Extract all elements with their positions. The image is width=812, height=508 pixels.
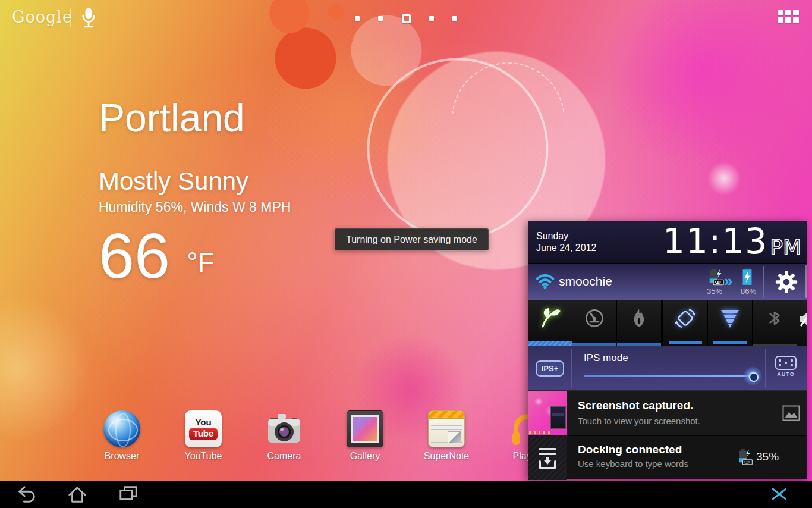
app-label: Camera bbox=[251, 451, 317, 462]
gauge-icon bbox=[583, 306, 606, 330]
panel-date: Sunday June 24, 2012 bbox=[528, 230, 596, 254]
docking-icon-cell bbox=[528, 436, 567, 480]
app-browser[interactable]: Browser bbox=[89, 410, 155, 462]
dock-battery-icon bbox=[706, 268, 725, 286]
panel-status-row: smoochie 35% » 86% bbox=[528, 264, 807, 300]
ips-mode-row: IPS+ IPS mode AUTO bbox=[528, 346, 807, 390]
all-apps-button[interactable] bbox=[778, 10, 801, 26]
photo-icon bbox=[782, 405, 800, 421]
gear-icon bbox=[774, 269, 799, 294]
apps-grid-icon bbox=[778, 10, 783, 15]
leaf-icon bbox=[537, 305, 563, 331]
app-label: YouTube bbox=[171, 451, 236, 462]
docking-battery-status: 35% bbox=[736, 448, 779, 466]
docking-icon bbox=[535, 445, 560, 471]
screen-rotate-icon bbox=[672, 305, 698, 331]
app-label: Browser bbox=[89, 451, 155, 462]
page-dot-5[interactable] bbox=[452, 16, 457, 21]
toggle-audio-partial[interactable] bbox=[797, 300, 807, 346]
toggle-wifi-performance[interactable] bbox=[708, 300, 752, 346]
page-dot-1[interactable] bbox=[355, 16, 360, 21]
tablet-battery-icon bbox=[741, 267, 754, 286]
tablet-battery-percent: 86% bbox=[741, 287, 756, 296]
clock-ampm: PM bbox=[770, 237, 801, 258]
microphone-icon bbox=[81, 7, 96, 30]
app-label: Gallery bbox=[332, 451, 398, 462]
notification-subtitle: Use keyboard to type words bbox=[578, 459, 688, 469]
browser-globe-icon bbox=[103, 410, 140, 447]
toggle-power-saving[interactable] bbox=[528, 300, 572, 346]
search-divider bbox=[70, 8, 71, 27]
app-youtube[interactable]: You Tube YouTube bbox=[171, 410, 236, 462]
dock-battery-icon bbox=[736, 448, 754, 466]
date-weekday: Sunday bbox=[536, 230, 596, 242]
dock-battery-percent: 35% bbox=[707, 287, 722, 296]
youtube-icon: You Tube bbox=[185, 410, 222, 447]
bluetooth-icon bbox=[763, 306, 786, 330]
toggle-performance-mode[interactable] bbox=[617, 300, 661, 346]
toggle-bluetooth[interactable] bbox=[753, 300, 797, 346]
app-gallery[interactable]: Gallery bbox=[332, 410, 398, 462]
weather-details: Humidity 56%, Winds W 8 MPH bbox=[99, 199, 291, 215]
notification-screenshot[interactable]: Screenshot captured. Touch to view your … bbox=[528, 390, 807, 435]
speaker-icon bbox=[798, 310, 807, 328]
auto-brightness-button[interactable]: AUTO bbox=[772, 356, 800, 377]
ips-plus-badge[interactable]: IPS+ bbox=[536, 360, 564, 377]
toggle-indicator bbox=[528, 341, 572, 346]
recents-icon bbox=[118, 484, 139, 504]
toggle-balanced-mode[interactable] bbox=[572, 300, 616, 346]
auto-label: AUTO bbox=[772, 371, 800, 377]
system-navigation-bar bbox=[0, 481, 812, 508]
back-button[interactable] bbox=[15, 484, 39, 505]
google-search-logo[interactable]: Google bbox=[12, 8, 73, 26]
screenshot-thumbnail bbox=[528, 391, 567, 436]
brightness-slider-thumb[interactable] bbox=[743, 366, 762, 385]
charging-chevrons-icon: » bbox=[724, 272, 731, 290]
notification-subtitle: Touch to view your screenshot. bbox=[578, 416, 700, 426]
camera-icon bbox=[266, 410, 303, 447]
auto-brightness-icon bbox=[775, 356, 797, 370]
supernote-icon bbox=[428, 410, 465, 447]
page-dot-3-active[interactable] bbox=[402, 14, 411, 23]
notification-title: Docking connected bbox=[578, 443, 682, 456]
panel-header: Sunday June 24, 2012 11:13 PM bbox=[528, 221, 807, 264]
toggle-auto-rotate[interactable] bbox=[663, 300, 707, 346]
toast-message: Turning on Power saving mode bbox=[335, 228, 489, 250]
page-dot-4[interactable] bbox=[429, 16, 434, 21]
date-full: June 24, 2012 bbox=[536, 242, 596, 254]
notification-title: Screenshot captured. bbox=[578, 399, 693, 412]
status-divider bbox=[763, 266, 764, 298]
settings-button[interactable] bbox=[774, 269, 799, 294]
home-button[interactable] bbox=[65, 484, 89, 505]
panel-scrollbar[interactable] bbox=[805, 265, 807, 298]
toggle-indicator bbox=[669, 341, 702, 344]
panel-clock: 11:13 PM bbox=[663, 225, 807, 258]
weather-unit: °F bbox=[187, 246, 215, 278]
voice-search-button[interactable] bbox=[81, 7, 96, 30]
quick-toggles-row bbox=[528, 300, 807, 346]
home-page-indicator bbox=[355, 12, 457, 25]
weather-city: Portland bbox=[99, 95, 291, 140]
toggle-indicator bbox=[713, 341, 747, 344]
weather-condition: Mostly Sunny bbox=[99, 167, 291, 196]
flame-icon bbox=[627, 306, 651, 330]
notification-docking[interactable]: Docking connected Use keyboard to type w… bbox=[528, 435, 807, 479]
brightness-slider-track[interactable] bbox=[584, 375, 754, 377]
app-supernote[interactable]: SuperNote bbox=[414, 410, 479, 462]
home-icon bbox=[67, 484, 87, 504]
app-label: SuperNote bbox=[414, 451, 479, 462]
recent-apps-button[interactable] bbox=[117, 484, 140, 505]
wifi-icon bbox=[536, 273, 555, 290]
clock-time: 11:13 bbox=[663, 225, 768, 258]
close-panel-button[interactable] bbox=[768, 485, 791, 503]
app-camera[interactable]: Camera bbox=[251, 410, 317, 462]
page-dot-2[interactable] bbox=[378, 16, 383, 21]
docking-battery-percent: 35% bbox=[756, 450, 779, 463]
weather-widget[interactable]: Portland Mostly Sunny Humidity 56%, Wind… bbox=[99, 95, 291, 288]
wallpaper-dashed-ring bbox=[452, 62, 565, 175]
weather-temperature: 66 bbox=[99, 224, 170, 288]
tablet-screen: Google Portland Mostly Sunny Humidity 56… bbox=[0, 0, 812, 508]
ips-mode-label: IPS mode bbox=[584, 352, 628, 364]
funnel-bars-icon bbox=[717, 305, 743, 331]
gallery-icon bbox=[347, 410, 383, 447]
